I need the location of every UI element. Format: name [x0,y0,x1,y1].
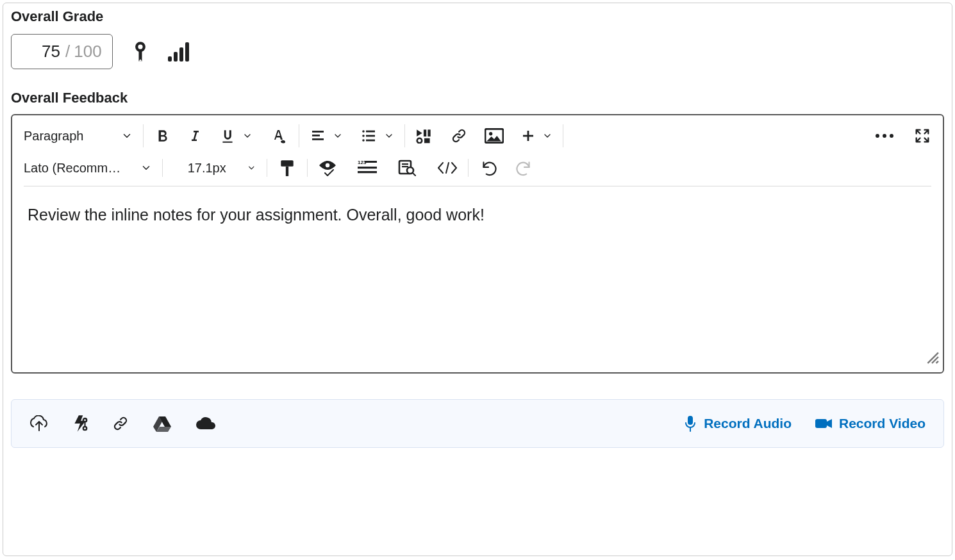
upload-file-icon[interactable] [29,415,49,432]
paragraph-format-select[interactable]: Paragraph [24,129,133,144]
italic-button[interactable] [187,128,203,144]
accessibility-check-button[interactable] [318,160,337,176]
record-audio-label: Record Audio [704,416,792,431]
svg-rect-29 [281,160,293,167]
list-button[interactable] [360,128,394,144]
svg-rect-12 [366,131,375,133]
grade-max: 100 [74,42,101,62]
svg-point-15 [362,139,365,142]
bold-button[interactable] [154,128,170,144]
svg-point-23 [489,132,492,135]
chevron-down-icon [384,131,394,141]
link-attachment-icon[interactable] [112,415,129,432]
chevron-down-icon [121,130,133,142]
feedback-content-area[interactable]: Review the inline notes for your assignm… [12,186,943,372]
align-button[interactable] [310,128,343,144]
overall-grade-row: / 100 [11,34,944,69]
format-painter-button[interactable] [278,159,297,177]
feedback-text: Review the inline notes for your assignm… [28,206,485,224]
svg-text:123: 123 [358,161,367,165]
svg-point-28 [890,134,893,138]
more-actions-button[interactable] [874,132,895,140]
font-size-select[interactable]: 17.1px [173,161,256,176]
insert-image-button[interactable] [485,128,504,144]
svg-point-27 [883,134,886,138]
rich-text-editor: Paragraph [11,114,944,374]
chevron-down-icon [333,131,343,141]
svg-rect-25 [523,135,533,137]
record-video-label: Record Video [839,416,926,431]
svg-rect-9 [312,135,320,136]
svg-rect-32 [365,161,377,163]
chevron-down-icon [247,162,256,174]
bar-chart-icon[interactable] [168,42,190,62]
attachment-bar: Record Audio Record Video [11,399,944,448]
svg-point-20 [417,138,422,144]
editor-toolbar-row-2: Lato (Recomm… 17.1px 123 [12,156,943,186]
award-icon[interactable] [133,41,147,63]
html-source-button[interactable] [437,161,458,175]
svg-rect-52 [688,416,693,425]
svg-rect-19 [428,129,430,136]
svg-point-11 [362,130,365,133]
svg-rect-30 [286,167,288,176]
svg-rect-5 [174,52,178,62]
chevron-down-icon [542,131,552,141]
svg-point-13 [362,135,365,137]
svg-rect-54 [815,419,827,428]
chevron-down-icon [242,131,253,141]
grade-separator: / [62,42,74,62]
fullscreen-button[interactable] [913,127,931,145]
editor-toolbar-row-1: Paragraph [12,115,943,156]
redo-button[interactable] [515,159,534,177]
svg-marker-55 [827,419,832,428]
quicklink-icon[interactable] [72,414,88,433]
svg-rect-16 [366,140,375,142]
svg-point-1 [138,44,142,49]
overall-grade-label: Overall Grade [11,8,944,25]
svg-point-26 [876,134,879,138]
record-video-button[interactable]: Record Video [815,416,926,431]
undo-button[interactable] [479,159,498,177]
insert-link-button[interactable] [450,128,468,144]
insert-more-button[interactable] [520,128,552,144]
onedrive-icon[interactable] [195,416,217,431]
svg-rect-8 [312,131,324,133]
grading-panel: Overall Grade / 100 Overall Feedback Par… [3,3,952,556]
grade-input-box[interactable]: / 100 [11,34,113,69]
svg-line-40 [413,173,416,176]
svg-line-44 [936,361,938,363]
preview-button[interactable] [397,160,417,176]
insert-stuff-button[interactable] [415,128,433,144]
svg-rect-14 [366,135,375,137]
font-color-button[interactable] [269,128,288,144]
svg-marker-17 [417,129,422,136]
google-drive-icon[interactable] [153,415,172,432]
underline-button[interactable] [219,128,253,144]
svg-rect-34 [358,167,377,169]
svg-rect-21 [424,138,430,144]
chevron-down-icon [140,162,152,174]
resize-handle-icon[interactable] [925,347,939,370]
svg-rect-7 [185,42,189,62]
svg-point-31 [326,163,330,168]
record-audio-button[interactable]: Record Audio [683,415,792,432]
svg-rect-35 [358,171,377,173]
svg-rect-10 [312,138,324,140]
word-count-button[interactable]: 123 [358,161,377,175]
overall-feedback-label: Overall Feedback [11,90,944,106]
svg-rect-6 [179,47,183,62]
grade-value-input[interactable] [17,41,62,62]
svg-rect-4 [168,56,172,62]
svg-rect-18 [424,129,426,136]
font-family-select[interactable]: Lato (Recomm… [24,161,152,176]
svg-rect-38 [402,166,408,167]
svg-line-41 [446,163,449,173]
svg-rect-37 [402,163,408,165]
